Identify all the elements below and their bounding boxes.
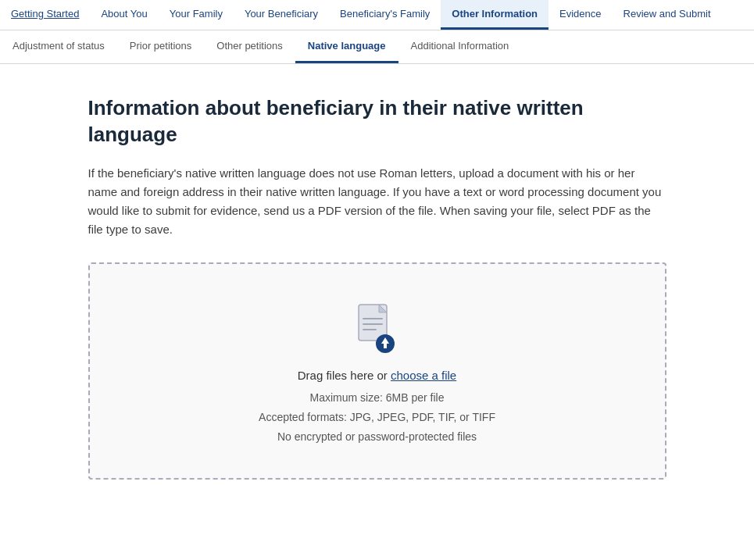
sub-nav-additional-information[interactable]: Additional Information xyxy=(398,30,522,63)
nav-item-about-you[interactable]: About You xyxy=(90,0,158,30)
sub-navigation: Adjustment of status Prior petitions Oth… xyxy=(0,30,754,64)
nav-item-getting-started[interactable]: Getting Started xyxy=(0,0,90,30)
upload-no-encrypted: No encrypted or password-protected files xyxy=(105,427,649,447)
page-description: If the beneficiary's native written lang… xyxy=(88,164,666,239)
top-navigation: Getting Started About You Your Family Yo… xyxy=(0,0,754,30)
sub-nav-adjustment-of-status[interactable]: Adjustment of status xyxy=(0,30,117,63)
sub-nav-prior-petitions[interactable]: Prior petitions xyxy=(117,30,204,63)
nav-item-your-family[interactable]: Your Family xyxy=(159,0,234,30)
upload-meta: Maximum size: 6MB per file Accepted form… xyxy=(105,388,649,448)
upload-icon xyxy=(105,303,649,355)
nav-item-your-beneficiary[interactable]: Your Beneficiary xyxy=(234,0,329,30)
nav-item-beneficiarys-family[interactable]: Beneficiary's Family xyxy=(329,0,441,30)
sub-nav-native-language[interactable]: Native language xyxy=(295,30,398,63)
page-title: Information about beneficiary in their n… xyxy=(88,95,666,148)
upload-instruction: Drag files here or choose a file xyxy=(105,369,649,382)
upload-dropzone[interactable]: Drag files here or choose a file Maximum… xyxy=(88,262,666,480)
nav-item-review-and-submit[interactable]: Review and Submit xyxy=(613,0,722,30)
sub-nav-other-petitions[interactable]: Other petitions xyxy=(204,30,295,63)
nav-item-evidence[interactable]: Evidence xyxy=(549,0,612,30)
upload-accepted-formats: Accepted formats: JPG, JPEG, PDF, TIF, o… xyxy=(105,408,649,427)
nav-item-other-information[interactable]: Other Information xyxy=(441,0,549,30)
choose-file-link[interactable]: choose a file xyxy=(391,369,456,382)
upload-max-size: Maximum size: 6MB per file xyxy=(105,388,649,408)
main-content: Information about beneficiary in their n… xyxy=(73,95,682,480)
